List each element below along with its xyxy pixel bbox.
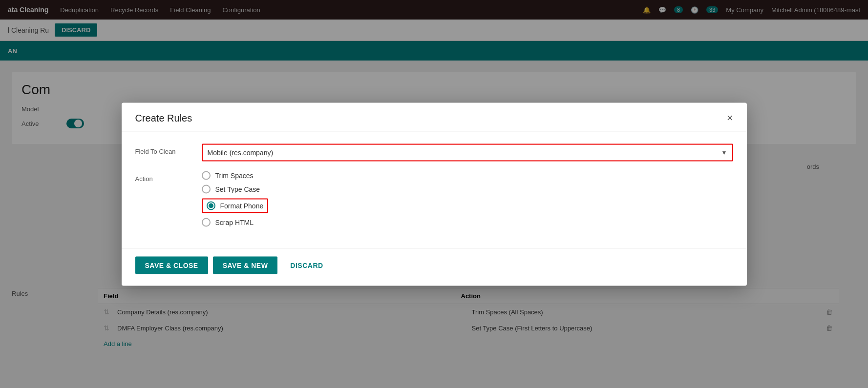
field-to-clean-select[interactable]: Mobile (res.company)	[203, 144, 717, 160]
radio-format-phone[interactable]: Format Phone	[202, 198, 269, 213]
radio-input-format-phone	[207, 201, 215, 210]
radio-label-scrap-html: Scrap HTML	[215, 218, 254, 226]
modal-header: Create Rules ×	[122, 102, 747, 132]
modal-footer: SAVE & CLOSE SAVE & NEW DISCARD	[122, 248, 747, 286]
radio-scrap-html[interactable]: Scrap HTML	[202, 218, 269, 226]
radio-input-scrap-html	[202, 218, 211, 226]
radio-set-type-case[interactable]: Set Type Case	[202, 184, 269, 193]
radio-label-format-phone: Format Phone	[220, 202, 264, 209]
action-row: Action Trim Spaces Set Type Case Format …	[135, 171, 733, 226]
modal-body: Field To Clean Mobile (res.company) ▼ Ac…	[122, 132, 747, 248]
save-close-button[interactable]: SAVE & CLOSE	[135, 256, 208, 274]
radio-input-trim-spaces	[202, 171, 211, 180]
action-radio-group: Trim Spaces Set Type Case Format Phone	[202, 171, 269, 226]
modal-title: Create Rules	[135, 112, 192, 123]
radio-label-set-type-case: Set Type Case	[215, 185, 260, 193]
modal-close-button[interactable]: ×	[727, 113, 733, 123]
discard-modal-button[interactable]: DISCARD	[282, 256, 331, 274]
field-to-clean-label: Field To Clean	[135, 143, 194, 155]
field-to-clean-control: Mobile (res.company) ▼	[202, 143, 733, 161]
save-new-button[interactable]: SAVE & NEW	[213, 256, 278, 274]
field-to-clean-row: Field To Clean Mobile (res.company) ▼	[135, 143, 733, 161]
action-label: Action	[135, 171, 194, 182]
chevron-down-icon: ▼	[717, 149, 732, 156]
create-rules-modal: Create Rules × Field To Clean Mobile (re…	[122, 102, 747, 286]
field-selector-wrapper[interactable]: Mobile (res.company) ▼	[202, 143, 733, 161]
radio-input-set-type-case	[202, 184, 211, 193]
radio-trim-spaces[interactable]: Trim Spaces	[202, 171, 269, 180]
format-phone-highlight-box: Format Phone	[202, 198, 269, 213]
radio-label-trim-spaces: Trim Spaces	[215, 171, 254, 179]
